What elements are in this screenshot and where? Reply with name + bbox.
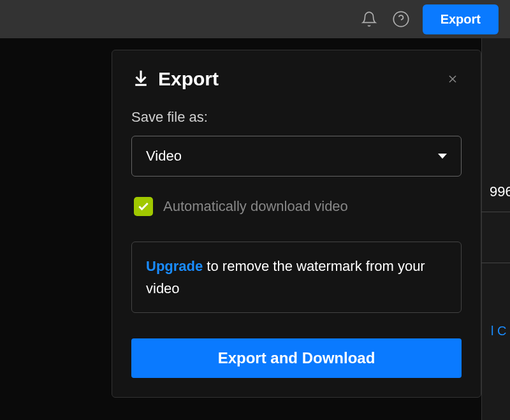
upgrade-notice: Upgrade to remove the watermark from you… xyxy=(131,242,462,313)
export-button[interactable]: Export xyxy=(423,4,499,34)
auto-download-checkbox[interactable] xyxy=(134,197,153,216)
modal-title: Export xyxy=(158,68,219,90)
select-value: Video xyxy=(146,148,182,164)
export-modal: Export Save file as: Video Automatically… xyxy=(112,50,481,398)
download-icon xyxy=(131,68,150,90)
partial-text: 996 xyxy=(490,184,510,200)
svg-point-0 xyxy=(393,11,408,26)
export-download-button[interactable]: Export and Download xyxy=(131,338,462,378)
topbar: Export xyxy=(0,0,510,38)
checkmark-icon xyxy=(137,200,150,213)
separator xyxy=(481,212,510,212)
partial-link: l C xyxy=(491,324,510,338)
close-button[interactable] xyxy=(444,70,462,88)
auto-download-row: Automatically download video xyxy=(131,197,462,216)
auto-download-label: Automatically download video xyxy=(163,198,348,215)
save-as-label: Save file as: xyxy=(131,109,462,126)
notifications-icon[interactable] xyxy=(359,9,379,29)
upgrade-link[interactable]: Upgrade xyxy=(146,258,203,274)
file-type-select[interactable]: Video xyxy=(131,136,462,177)
right-panel xyxy=(481,38,510,420)
separator xyxy=(481,263,510,263)
help-icon[interactable] xyxy=(391,9,411,29)
chevron-down-icon xyxy=(438,154,447,159)
